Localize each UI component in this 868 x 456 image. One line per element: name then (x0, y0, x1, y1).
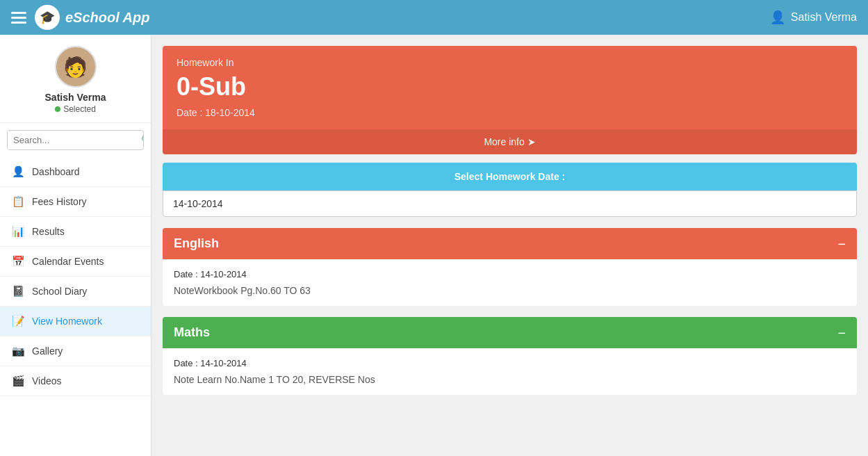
sidebar-item-results[interactable]: 📊 Results (0, 217, 151, 247)
top-navbar: 🎓 eSchool App 👤 Satish Verma (0, 0, 868, 35)
calendar-icon: 📅 (11, 255, 25, 268)
layout: 🧑 Satish Verma Selected 🔍 👤 Dashboard 📋 … (0, 35, 868, 456)
maths-collapse-button[interactable]: − (837, 326, 846, 340)
english-note: NoteWorkbook Pg.No.60 TO 63 (174, 285, 846, 296)
brand-name: eSchool App (65, 10, 149, 26)
sidebar-item-label: Dashboard (32, 166, 80, 177)
brand-logo-icon: 🎓 (35, 5, 60, 30)
sidebar-item-label: Gallery (32, 345, 63, 357)
sidebar-item-label: Fees History (32, 196, 87, 207)
status-label: Selected (63, 104, 96, 114)
date-input[interactable]: 14-10-2014 (163, 190, 857, 217)
sidebar-item-fees-history[interactable]: 📋 Fees History (0, 187, 151, 217)
gallery-icon: 📷 (11, 345, 25, 357)
maths-note: Note Learn No.Name 1 TO 20, REVERSE Nos (174, 374, 846, 385)
profile-status: Selected (55, 104, 96, 114)
status-dot-icon (55, 106, 60, 112)
fees-history-icon: 📋 (11, 195, 25, 208)
english-collapse-button[interactable]: − (837, 237, 846, 251)
hamburger-menu[interactable] (11, 12, 26, 24)
dashboard-icon: 👤 (11, 165, 25, 178)
sidebar-item-label: Results (32, 226, 65, 237)
sidebar: 🧑 Satish Verma Selected 🔍 👤 Dashboard 📋 … (0, 35, 152, 456)
hero-card: Homework In 0-Sub Date : 18-10-2014 (163, 46, 857, 129)
sidebar-item-gallery[interactable]: 📷 Gallery (0, 336, 151, 366)
search-input[interactable] (8, 131, 136, 149)
navbar-left: 🎓 eSchool App (11, 5, 149, 30)
sidebar-item-videos[interactable]: 🎬 Videos (0, 366, 151, 396)
sidebar-item-label: School Diary (32, 286, 87, 297)
avatar: 🧑 (55, 46, 97, 88)
brand: 🎓 eSchool App (35, 5, 149, 30)
diary-icon: 📓 (11, 285, 25, 298)
english-body: Date : 14-10-2014 NoteWorkbook Pg.No.60 … (163, 259, 857, 306)
sidebar-item-view-homework[interactable]: 📝 View Homework (0, 307, 151, 336)
english-date: Date : 14-10-2014 (174, 269, 846, 279)
english-subject-name: English (174, 236, 219, 251)
sidebar-item-calendar-events[interactable]: 📅 Calendar Events (0, 247, 151, 277)
sidebar-profile: 🧑 Satish Verma Selected (0, 35, 151, 123)
sidebar-nav: 👤 Dashboard 📋 Fees History 📊 Results 📅 C… (0, 157, 151, 456)
hero-date: Date : 18-10-2014 (177, 107, 843, 118)
english-date-label: Date : (174, 269, 200, 279)
user-icon: 👤 (770, 10, 785, 25)
hero-label: Homework In (177, 57, 843, 68)
search-button[interactable]: 🔍 (136, 131, 144, 149)
maths-date-label: Date : (174, 358, 200, 368)
results-icon: 📊 (11, 225, 25, 238)
navbar-right: 👤 Satish Verma (770, 10, 857, 25)
english-header: English − (163, 228, 857, 259)
maths-body: Date : 14-10-2014 Note Learn No.Name 1 T… (163, 348, 857, 395)
sidebar-item-label: View Homework (32, 316, 102, 327)
sidebar-item-dashboard[interactable]: 👤 Dashboard (0, 157, 151, 187)
sidebar-item-label: Videos (32, 375, 62, 386)
homework-icon: 📝 (11, 315, 25, 327)
english-subject-card: English − Date : 14-10-2014 NoteWorkbook… (163, 228, 857, 306)
sidebar-item-label: Calendar Events (32, 256, 104, 267)
search-box[interactable]: 🔍 (7, 130, 144, 150)
navbar-username: Satish Verma (791, 11, 857, 24)
maths-date: Date : 14-10-2014 (174, 358, 846, 368)
maths-header: Maths − (163, 317, 857, 348)
maths-subject-card: Maths − Date : 14-10-2014 Note Learn No.… (163, 317, 857, 395)
english-date-value: 14-10-2014 (200, 269, 247, 279)
main-content: Homework In 0-Sub Date : 18-10-2014 More… (152, 35, 868, 456)
profile-name: Satish Verma (45, 92, 106, 103)
maths-date-value: 14-10-2014 (200, 358, 247, 368)
hero-title: 0-Sub (177, 72, 843, 101)
sidebar-item-school-diary[interactable]: 📓 School Diary (0, 277, 151, 307)
more-info-button[interactable]: More info ➤ (163, 129, 857, 154)
maths-subject-name: Maths (174, 325, 210, 340)
date-selector-header: Select Homework Date : (163, 163, 857, 190)
videos-icon: 🎬 (11, 375, 25, 387)
